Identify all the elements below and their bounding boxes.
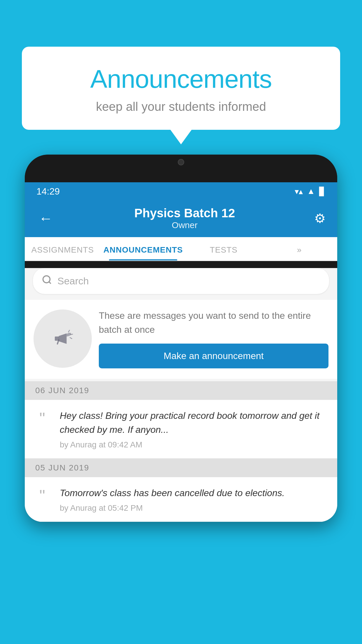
svg-line-5	[70, 337, 72, 339]
back-button[interactable]: ←	[36, 208, 55, 229]
phone-camera	[178, 159, 184, 165]
announcements-title: Announcements	[36, 64, 326, 94]
announcement-text-area-2: Tomorrow's class has been cancelled due …	[60, 486, 328, 513]
announcement-item-2[interactable]: " Tomorrow's class has been cancelled du…	[25, 477, 337, 522]
phone-content: Search These are	[25, 268, 337, 522]
batch-role: Owner	[134, 220, 235, 230]
tab-bar: ASSIGNMENTS ANNOUNCEMENTS TESTS »	[25, 237, 337, 261]
app-header: ← Physics Batch 12 Owner ⚙	[25, 200, 337, 237]
announcement-meta-2: by Anurag at 05:42 PM	[60, 503, 328, 513]
announcement-item-1[interactable]: " Hey class! Bring your practical record…	[25, 400, 337, 459]
tab-announcements[interactable]: ANNOUNCEMENTS	[101, 237, 186, 260]
header-center: Physics Batch 12 Owner	[134, 206, 235, 230]
tab-more[interactable]: »	[261, 237, 337, 260]
signal-icon: ▲	[307, 187, 315, 196]
promo-card: These are messages you want to send to t…	[25, 300, 337, 379]
search-bar[interactable]: Search	[33, 268, 329, 294]
settings-button[interactable]: ⚙	[314, 211, 326, 226]
svg-line-1	[49, 282, 51, 284]
search-placeholder: Search	[57, 275, 89, 287]
status-icons: ▾▴ ▲ ▊	[295, 187, 326, 196]
quote-icon-1: "	[31, 410, 54, 426]
megaphone-icon	[50, 326, 76, 352]
status-bar: 14:29 ▾▴ ▲ ▊	[25, 182, 337, 200]
make-announcement-button[interactable]: Make an announcement	[99, 344, 328, 368]
tab-tests[interactable]: TESTS	[186, 237, 262, 260]
speech-bubble: Announcements keep all your students inf…	[22, 47, 340, 130]
battery-icon: ▊	[319, 187, 326, 196]
date-separator-2: 05 JUN 2019	[25, 459, 337, 477]
batch-title: Physics Batch 12	[134, 206, 235, 220]
date-separator-1: 06 JUN 2019	[25, 381, 337, 400]
status-time: 14:29	[36, 186, 60, 197]
wifi-icon: ▾▴	[295, 187, 303, 196]
search-icon	[42, 274, 52, 288]
announcements-subtitle: keep all your students informed	[36, 100, 326, 114]
tab-assignments[interactable]: ASSIGNMENTS	[25, 237, 101, 260]
promo-description: These are messages you want to send to t…	[99, 309, 328, 337]
svg-point-0	[43, 276, 50, 283]
promo-text-area: These are messages you want to send to t…	[99, 309, 328, 368]
speech-bubble-container: Announcements keep all your students inf…	[22, 47, 340, 130]
announcement-message-2: Tomorrow's class has been cancelled due …	[60, 486, 328, 500]
announcement-message-1: Hey class! Bring your practical record b…	[60, 409, 328, 437]
svg-line-3	[68, 330, 70, 332]
megaphone-circle	[34, 309, 92, 368]
announcement-text-area-1: Hey class! Bring your practical record b…	[60, 409, 328, 449]
phone: 14:29 ▾▴ ▲ ▊ ← Physics Batch 12 Owner ⚙ …	[25, 155, 337, 522]
phone-notch	[161, 155, 201, 170]
announcement-meta-1: by Anurag at 09:42 AM	[60, 440, 328, 449]
quote-icon-2: "	[31, 487, 54, 504]
svg-line-4	[71, 334, 73, 335]
phone-wrapper: 14:29 ▾▴ ▲ ▊ ← Physics Batch 12 Owner ⚙ …	[25, 155, 337, 644]
phone-bezel-top	[25, 155, 337, 182]
